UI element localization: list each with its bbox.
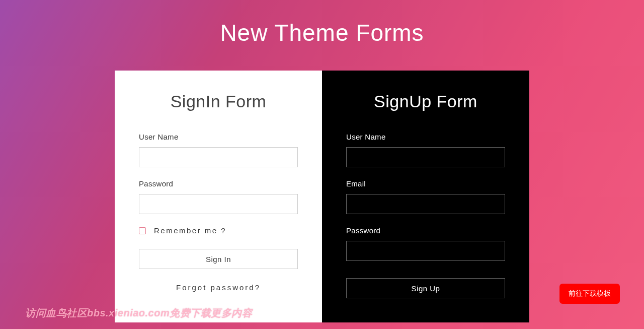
download-template-button[interactable]: 前往下载模板 [559,284,620,304]
page-title: New Theme Forms [0,0,644,71]
remember-me-checkbox[interactable] [139,227,146,234]
signin-username-label: User Name [139,133,298,141]
signin-password-input[interactable] [139,194,298,214]
signup-username-input[interactable] [346,147,505,167]
signup-password-input[interactable] [346,241,505,261]
signup-email-group: Email [346,179,505,214]
signup-username-group: User Name [346,133,505,167]
signup-email-label: Email [346,179,505,188]
signin-panel: SignIn Form User Name Password Remember … [115,71,322,322]
signup-username-label: User Name [346,133,505,141]
signin-password-group: Password [139,179,298,214]
forms-container: SignIn Form User Name Password Remember … [115,71,529,322]
remember-me-label: Remember me ? [154,226,226,235]
signup-button[interactable]: Sign Up [346,278,505,298]
signup-email-input[interactable] [346,194,505,214]
remember-me-row: Remember me ? [139,226,298,235]
signup-panel: SignUp Form User Name Email Password Sig… [322,71,529,322]
signin-button[interactable]: Sign In [139,249,298,269]
signup-title: SignUp Form [346,92,505,111]
signin-username-input[interactable] [139,147,298,167]
signup-password-group: Password [346,226,505,261]
forgot-password-link[interactable]: Forgot password? [139,283,298,292]
signin-username-group: User Name [139,133,298,167]
signin-password-label: Password [139,179,298,188]
signup-password-label: Password [346,226,505,235]
signin-title: SignIn Form [139,92,298,111]
